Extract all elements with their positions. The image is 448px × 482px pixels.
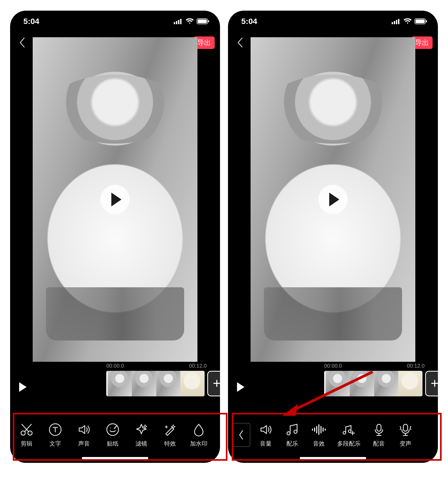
tool-label: 声音 <box>78 440 90 448</box>
clip-thumb[interactable] <box>180 371 205 396</box>
toolbar-sound: 音量 配乐 音效 多段配乐 <box>228 412 438 458</box>
tool-volume[interactable]: 音量 <box>252 422 279 448</box>
signal-icon <box>392 18 401 24</box>
tool-label: 贴纸 <box>107 440 119 448</box>
home-indicator[interactable] <box>82 457 148 459</box>
home-indicator[interactable] <box>300 457 366 459</box>
status-indicators <box>174 18 209 24</box>
play-button[interactable] <box>100 185 130 214</box>
tool-label: 变声 <box>400 440 411 448</box>
toolbar-main: 剪辑 文字 声音 贴纸 <box>10 412 220 458</box>
voicefx-icon <box>398 422 413 437</box>
timeline-play-button[interactable] <box>15 380 30 394</box>
scissors-icon <box>19 422 34 437</box>
tool-sound[interactable]: 声音 <box>70 422 98 448</box>
time-start: 00:00.0 <box>324 363 342 369</box>
tool-text[interactable]: 文字 <box>41 422 70 448</box>
svg-rect-14 <box>398 19 399 24</box>
timeline-play-button[interactable] <box>233 380 248 394</box>
tool-label: 音效 <box>313 440 325 448</box>
svg-rect-18 <box>377 424 381 431</box>
tool-voicefx[interactable]: 变声 <box>392 422 419 448</box>
tool-label: 特效 <box>164 440 176 448</box>
add-clip-button[interactable]: + <box>207 371 220 396</box>
tool-label: 文字 <box>49 440 61 448</box>
tool-watermark[interactable]: 加水印 <box>184 422 213 448</box>
tool-label: 音量 <box>260 440 272 448</box>
video-preview[interactable] <box>10 37 220 362</box>
tool-label: 剪辑 <box>21 440 32 448</box>
clip-thumb[interactable] <box>374 371 398 396</box>
clip-thumb[interactable] <box>398 371 422 396</box>
text-icon <box>48 422 63 437</box>
status-time: 5:04 <box>241 17 257 26</box>
signal-icon <box>174 18 183 24</box>
status-bar: 5:04 <box>228 11 438 32</box>
svg-rect-0 <box>174 22 175 24</box>
svg-rect-17 <box>426 20 427 22</box>
status-indicators <box>392 18 427 24</box>
svg-rect-11 <box>392 22 393 24</box>
drop-icon <box>191 422 206 437</box>
timeline: 00:00.0 00:12.0 + <box>228 362 438 412</box>
timeline: 00:00.0 00:12.0 + <box>10 362 220 412</box>
play-button[interactable] <box>318 185 348 214</box>
svg-rect-3 <box>180 19 181 24</box>
svg-rect-5 <box>198 19 207 23</box>
tool-filter[interactable]: 滤镜 <box>127 422 156 448</box>
tool-effect[interactable]: 特效 <box>156 422 184 448</box>
tool-multimusic[interactable]: 多段配乐 <box>332 422 366 448</box>
toolbar-back-button[interactable] <box>232 423 250 447</box>
phone-right: 5:04 视频编辑 存草稿 导出 <box>228 11 438 463</box>
clip-thumb[interactable] <box>326 371 350 396</box>
svg-rect-6 <box>208 20 209 22</box>
status-bar: 5:04 <box>10 11 220 32</box>
svg-rect-19 <box>403 424 408 431</box>
video-preview[interactable] <box>228 37 438 362</box>
music-icon <box>285 422 300 437</box>
battery-icon <box>415 18 427 24</box>
phone-left: 5:04 视频编辑 存草稿 导出 <box>10 11 220 463</box>
tool-sfx[interactable]: 音效 <box>306 422 332 448</box>
tool-sticker[interactable]: 贴纸 <box>98 422 127 448</box>
timecodes: 00:00.0 00:12.0 <box>106 363 207 369</box>
wifi-icon <box>403 18 412 24</box>
clip-thumbnails[interactable] <box>324 371 422 396</box>
svg-rect-13 <box>396 20 397 24</box>
equalizer-icon <box>311 422 326 437</box>
tool-record[interactable]: 配音 <box>366 422 392 448</box>
time-start: 00:00.0 <box>106 363 124 369</box>
clip-thumb[interactable] <box>132 371 156 396</box>
speaker-icon <box>77 422 91 437</box>
clip-thumb[interactable] <box>156 371 180 396</box>
battery-icon <box>197 18 209 24</box>
tool-label: 配音 <box>373 440 385 448</box>
svg-rect-12 <box>394 21 395 24</box>
timecodes: 00:00.0 00:12.0 <box>324 363 425 369</box>
add-clip-button[interactable]: + <box>425 371 438 396</box>
tool-cut[interactable]: 剪辑 <box>12 422 41 448</box>
time-end: 00:12.0 <box>407 363 425 369</box>
mic-icon <box>371 422 386 437</box>
tool-label: 加水印 <box>190 440 208 448</box>
tool-label: 滤镜 <box>136 440 147 448</box>
multimusic-icon <box>341 422 356 437</box>
tool-label: 配乐 <box>286 440 298 448</box>
wifi-icon <box>185 18 194 24</box>
clip-thumb[interactable] <box>350 371 374 396</box>
speaker-icon <box>258 422 273 437</box>
status-time: 5:04 <box>23 17 39 26</box>
sticker-icon <box>105 422 120 437</box>
sparkle-icon <box>134 422 149 437</box>
clip-thumb[interactable] <box>108 371 132 396</box>
clip-thumbnails[interactable] <box>106 371 205 396</box>
magic-icon <box>163 422 177 437</box>
time-end: 00:12.0 <box>189 363 207 369</box>
svg-rect-16 <box>416 19 425 23</box>
tool-label: 多段配乐 <box>337 440 361 448</box>
svg-rect-1 <box>176 21 177 24</box>
svg-rect-2 <box>178 20 179 24</box>
tool-music[interactable]: 配乐 <box>279 422 306 448</box>
